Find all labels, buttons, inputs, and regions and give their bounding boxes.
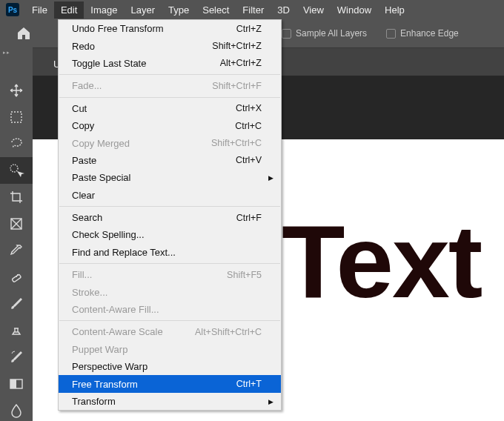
menu-edit[interactable]: Edit [54,1,84,19]
menubar: Ps FileEditImageLayerTypeSelectFilter3DV… [0,0,504,19]
svg-rect-2 [11,112,21,122]
menu-item-label: Fill... [72,269,92,280]
lasso-tool[interactable] [0,130,33,157]
home-icon[interactable] [13,23,34,44]
menu-item-label: Copy Merged [72,138,130,149]
gradient-tool[interactable] [0,371,33,397]
menu-item-shortcut: Shift+Ctrl+C [211,138,262,148]
sample-all-layers-label: Sample All Layers [296,28,367,39]
menu-item-label: Perspective Warp [72,361,147,372]
move-tool[interactable] [0,77,33,104]
submenu-arrow-icon: ▶ [268,398,273,405]
menu-item-label: Clear [72,190,95,201]
enhance-edge-label: Enhance Edge [400,28,459,39]
menu-separator [59,74,280,75]
menu-item-shortcut: Ctrl+C [235,121,262,131]
menu-3d[interactable]: 3D [271,1,296,19]
menu-window[interactable]: Window [331,1,378,19]
menu-item-label: Puppet Warp [72,344,127,355]
menu-item-clear[interactable]: Clear [59,187,281,204]
menu-separator [59,320,280,321]
menu-item-search[interactable]: SearchCtrl+F [59,209,281,226]
menu-file[interactable]: File [25,1,54,19]
menu-item-label: Search [72,212,102,223]
menu-item-check-spelling[interactable]: Check Spelling... [59,226,281,243]
menu-select[interactable]: Select [196,1,236,19]
menu-separator [59,206,280,207]
clone-stamp-tool[interactable] [0,317,33,344]
history-brush-tool[interactable] [0,344,33,371]
menu-item-content-aware-scale: Content-Aware ScaleAlt+Shift+Ctrl+C [59,323,281,340]
menu-item-label: Toggle Last State [72,58,146,69]
menu-item-label: Cut [72,103,87,114]
menu-item-fill: Fill...Shift+F5 [59,266,281,283]
menu-item-perspective-warp[interactable]: Perspective Warp [59,358,281,375]
dock-grip[interactable]: ▸▸ [3,50,10,56]
quick-selection-tool[interactable] [0,157,33,184]
menu-item-shortcut: Alt+Ctrl+Z [220,58,262,68]
menu-item-shortcut: Ctrl+V [236,155,262,165]
edit-menu-dropdown: Undo Free TransformCtrl+ZRedoShift+Ctrl+… [58,19,282,411]
menu-item-copy[interactable]: CopyCtrl+C [59,117,281,134]
menu-item-paste[interactable]: PasteCtrl+V [59,152,281,169]
menu-item-label: Fade... [72,80,102,91]
toolbar [0,77,33,421]
menu-item-shortcut: Shift+Ctrl+F [212,81,262,91]
menu-item-label: Redo [72,41,95,52]
text-layer-content[interactable]: Text L [282,202,504,322]
menu-image[interactable]: Image [84,1,124,19]
menu-item-fade: Fade...Shift+Ctrl+F [59,77,281,94]
menu-item-label: Stroke... [72,287,107,298]
menu-item-shortcut: Ctrl+Z [236,24,262,34]
menu-item-content-aware-fill: Content-Aware Fill... [59,301,281,318]
menu-item-label: Paste [72,155,96,166]
menu-item-undo-free-transform[interactable]: Undo Free TransformCtrl+Z [59,20,281,37]
enhance-edge-checkbox[interactable]: Enhance Edge [386,28,459,39]
menu-help[interactable]: Help [378,1,411,19]
healing-brush-tool[interactable] [0,264,33,291]
menu-item-label: Content-Aware Fill... [72,304,159,315]
menu-item-shortcut: Alt+Shift+Ctrl+C [195,327,262,337]
menu-item-cut[interactable]: CutCtrl+X [59,100,281,117]
submenu-arrow-icon: ▶ [268,174,273,182]
svg-rect-5 [12,274,21,282]
menu-item-shortcut: Ctrl+F [236,213,262,223]
menu-item-label: Copy [72,120,94,131]
svg-text:Ps: Ps [8,6,18,14]
menubar-items: FileEditImageLayerTypeSelectFilter3DView… [25,1,411,19]
menu-item-redo[interactable]: RedoShift+Ctrl+Z [59,37,281,54]
menu-item-label: Free Transform [72,379,138,390]
menu-filter[interactable]: Filter [236,1,271,19]
menu-item-label: Undo Free Transform [72,23,164,34]
menu-item-label: Transform [72,396,116,407]
crop-tool[interactable] [0,184,33,210]
checkbox-box [282,29,291,39]
menu-item-shortcut: Shift+Ctrl+Z [212,41,262,51]
menu-item-toggle-last-state[interactable]: Toggle Last StateAlt+Ctrl+Z [59,55,281,72]
menu-type[interactable]: Type [162,1,196,19]
blur-tool[interactable] [0,397,33,421]
menu-item-paste-special[interactable]: Paste Special▶ [59,169,281,186]
menu-item-stroke: Stroke... [59,283,281,300]
menu-view[interactable]: View [296,1,331,19]
menu-item-free-transform[interactable]: Free TransformCtrl+T [59,375,281,392]
menu-item-shortcut: Ctrl+T [236,379,262,389]
sample-all-layers-checkbox[interactable]: Sample All Layers [282,28,367,39]
menu-item-find-and-replace-text[interactable]: Find and Replace Text... [59,244,281,261]
menu-item-label: Find and Replace Text... [72,247,176,258]
checkbox-box [386,29,396,39]
menu-item-transform[interactable]: Transform▶ [59,393,281,410]
brush-tool[interactable] [0,291,33,317]
eyedropper-tool[interactable] [0,237,33,264]
frame-tool[interactable] [0,210,33,237]
svg-rect-7 [10,379,16,388]
menu-item-label: Check Spelling... [72,229,145,240]
menu-item-label: Paste Special [72,172,131,183]
marquee-tool[interactable] [0,104,33,130]
menu-item-puppet-warp: Puppet Warp [59,341,281,358]
menu-separator [59,263,280,264]
menu-separator [59,97,280,98]
menu-item-shortcut: Shift+F5 [227,270,262,280]
menu-layer[interactable]: Layer [125,1,162,19]
menu-item-label: Content-Aware Scale [72,326,163,337]
